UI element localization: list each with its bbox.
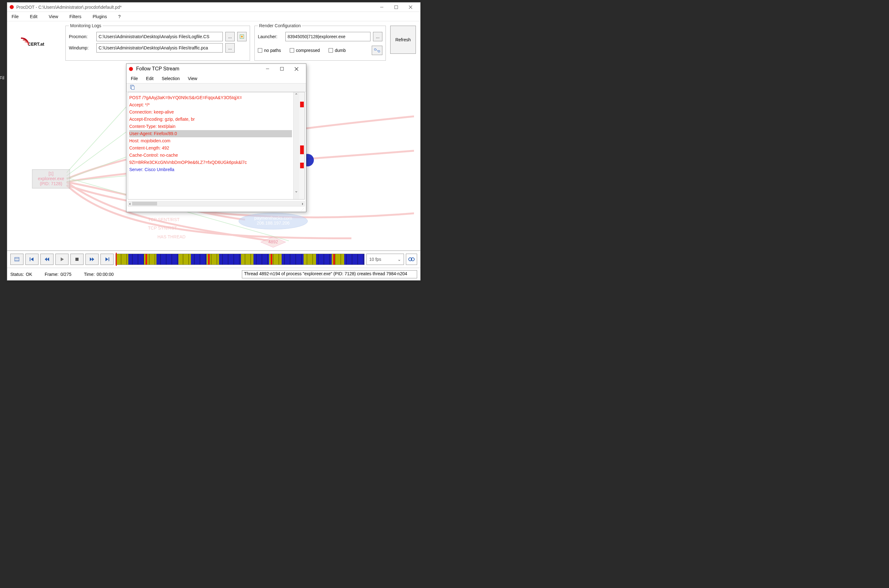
step-back-button[interactable]: [41, 254, 54, 265]
edge-label-2: TCP SYN/RST: [148, 225, 177, 231]
config-row: CERT.at Monitoring Logs Procmon: C:\User…: [7, 21, 420, 62]
scroll-right-icon[interactable]: ›: [302, 201, 303, 206]
tcp-menu-file[interactable]: File: [129, 75, 139, 82]
windump-label: Windump:: [69, 45, 94, 50]
svg-marker-25: [61, 257, 64, 261]
svg-point-7: [378, 50, 380, 52]
cropped-text: Fil: [0, 75, 5, 80]
cert-arc-icon: [19, 36, 29, 46]
resize-grip[interactable]: ⋰: [126, 208, 306, 212]
copy-icon[interactable]: [129, 85, 135, 91]
play-button[interactable]: [56, 254, 69, 265]
playback-bar: 10 fps ⌄: [7, 250, 420, 268]
tcp-text-area[interactable]: POST /?gAAyj3aK=9vYQ0N9cS&rGE=FqqxA&Y3O5…: [128, 92, 293, 199]
timeline-cursor[interactable]: [116, 253, 117, 266]
logo: CERT.at: [11, 26, 61, 60]
status-label: Status:: [11, 272, 24, 277]
titlebar[interactable]: ProcDOT - C:\Users\Administrator\.procdo…: [7, 3, 420, 12]
render-config-group: Render Configuration Launcher: 83945050|…: [254, 23, 386, 61]
loop-button[interactable]: [406, 254, 417, 265]
tcp-menu-view[interactable]: View: [186, 75, 198, 82]
tcp-marker-gutter[interactable]: [299, 92, 305, 199]
render-legend: Render Configuration: [258, 23, 302, 28]
skip-end-button[interactable]: [101, 254, 114, 265]
step-forward-button[interactable]: [86, 254, 99, 265]
menu-edit[interactable]: Edit: [27, 13, 40, 20]
tcp-window-title: Follow TCP Stream: [136, 66, 179, 72]
app-icon: [10, 5, 14, 9]
svg-rect-18: [15, 257, 19, 261]
procmon-browse-button[interactable]: ...: [225, 32, 235, 41]
menu-help[interactable]: ?: [116, 13, 123, 20]
windump-input[interactable]: C:\Users\Administrator\Desktop\Analysis …: [96, 43, 223, 52]
edge-label-1: TCP SENT/RST: [148, 217, 180, 222]
close-button[interactable]: [403, 3, 418, 12]
windump-browse-button[interactable]: ...: [225, 43, 235, 52]
time-value: 00:00:00: [97, 272, 114, 277]
fps-value: 10 fps: [369, 257, 381, 262]
scroll-down-icon[interactable]: ⌄: [293, 188, 299, 194]
tcp-menu-edit[interactable]: Edit: [145, 75, 155, 82]
logo-suffix: .at: [39, 42, 44, 46]
compressed-checkbox[interactable]: compressed: [290, 48, 320, 53]
menu-plugins[interactable]: Plugins: [90, 13, 110, 20]
status-message: Thread 4892-n194 of process "exploreer.e…: [242, 270, 417, 278]
dumb-checkbox[interactable]: dumb: [329, 48, 346, 53]
scroll-left-icon[interactable]: ‹: [129, 201, 131, 206]
svg-rect-13: [280, 67, 284, 70]
tcp-menubar: File Edit Selection View: [126, 74, 306, 83]
svg-rect-26: [75, 258, 78, 261]
svg-rect-1: [395, 6, 398, 9]
tcp-menu-selection[interactable]: Selection: [161, 75, 181, 82]
tcp-minimize-button[interactable]: [260, 64, 275, 74]
flow-icon: [374, 48, 380, 52]
tcp-app-icon: [129, 67, 133, 71]
svg-point-5: [241, 36, 243, 38]
procmon-tool-button[interactable]: [237, 32, 246, 41]
procmon-tool-icon: [239, 34, 245, 39]
svg-rect-21: [30, 257, 30, 261]
skip-start-button[interactable]: [26, 254, 39, 265]
compressed-label: compressed: [296, 48, 320, 53]
tcp-close-button[interactable]: [289, 64, 303, 74]
fps-select[interactable]: 10 fps ⌄: [366, 254, 404, 265]
svg-point-6: [374, 48, 376, 50]
tcp-horizontal-scrollbar[interactable]: ‹ ›: [128, 201, 305, 206]
no-paths-checkbox[interactable]: no paths: [258, 48, 281, 53]
edge-label-3: HAS THREAD: [158, 234, 186, 239]
main-window: ProcDOT - C:\Users\Administrator\.procdo…: [7, 2, 420, 280]
launcher-input[interactable]: 83945050|7128|exploreer.exe: [285, 32, 371, 41]
scroll-up-icon[interactable]: ⌃: [293, 92, 299, 98]
tcp-vertical-scrollbar[interactable]: ⌃ ⌄: [293, 92, 299, 199]
refresh-button[interactable]: Refresh: [390, 26, 416, 54]
window-title: ProcDOT - C:\Users\Administrator\.procdo…: [16, 5, 122, 10]
minimize-button[interactable]: [375, 3, 389, 12]
tcp-titlebar[interactable]: Follow TCP Stream: [126, 64, 306, 74]
procmon-input[interactable]: C:\Users\Administrator\Desktop\Analysis …: [96, 32, 223, 41]
logo-text: CERT: [28, 42, 39, 46]
proc-node-line1: [1]: [48, 171, 54, 176]
menu-file[interactable]: File: [9, 13, 21, 20]
launcher-browse-button[interactable]: ...: [373, 32, 382, 41]
menu-filters[interactable]: Filters: [67, 13, 84, 20]
tcp-maximize-button[interactable]: [275, 64, 289, 74]
tcp-stream-window[interactable]: Follow TCP Stream File Edit Selection Vi…: [126, 63, 306, 212]
scroll-thumb[interactable]: [132, 202, 157, 206]
menubar: File Edit View Filters Plugins ?: [7, 12, 420, 21]
monitoring-legend: Monitoring Logs: [69, 23, 103, 28]
monitoring-logs-group: Monitoring Logs Procmon: C:\Users\Admini…: [65, 23, 250, 61]
svg-marker-28: [92, 257, 94, 261]
statusbar: Status: OK Frame: 0/275 Time: 00:00:00 T…: [7, 268, 420, 280]
frame-value: 0/275: [60, 272, 71, 277]
maximize-button[interactable]: [389, 3, 403, 12]
stop-button[interactable]: [71, 254, 84, 265]
menu-view[interactable]: View: [46, 13, 61, 20]
render-settings-button[interactable]: [372, 46, 382, 55]
tcp-body: POST /?gAAyj3aK=9vYQ0N9cS&rGE=FqqxA&Y3O5…: [128, 92, 305, 200]
proc-node-line3: (PID: 7128): [40, 181, 62, 186]
no-paths-label: no paths: [264, 48, 281, 53]
timeline[interactable]: [116, 254, 365, 265]
film-button[interactable]: [11, 254, 24, 265]
launcher-label: Launcher:: [258, 34, 283, 39]
svg-marker-24: [47, 257, 49, 261]
